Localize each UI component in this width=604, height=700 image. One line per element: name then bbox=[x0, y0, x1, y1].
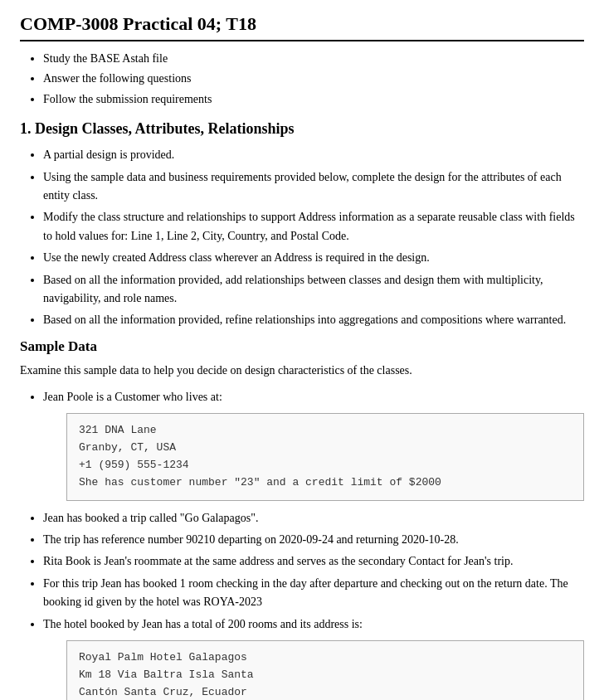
sample-data-intro: Examine this sample data to help you dec… bbox=[20, 362, 584, 380]
sample-item-2-label: The trip has reference number 90210 depa… bbox=[43, 533, 459, 546]
sample-item-4: For this trip Jean has booked 1 room che… bbox=[43, 575, 584, 612]
section1-bullet-4: Based on all the information provided, a… bbox=[43, 271, 584, 309]
section1-bullet-2: Modify the class structure and relations… bbox=[43, 208, 584, 245]
sample-item-5: The hotel booked by Jean has a total of … bbox=[43, 615, 584, 700]
sample-item-1-label: Jean has booked a trip called "Go Galapa… bbox=[43, 512, 258, 524]
sample-item-2: The trip has reference number 90210 depa… bbox=[43, 531, 584, 549]
sample-item-3-label: Rita Book is Jean's roommate at the same… bbox=[43, 555, 513, 567]
intro-list: Study the BASE Astah file Answer the fol… bbox=[20, 50, 584, 109]
intro-item-3: Follow the submission requirements bbox=[43, 90, 584, 109]
sample-item-5-label: The hotel booked by Jean has a total of … bbox=[43, 618, 363, 630]
section1-bullet-3: Use the newly created Address class wher… bbox=[43, 249, 584, 267]
sample-item-3: Rita Book is Jean's roommate at the same… bbox=[43, 552, 584, 571]
page-title: COMP-3008 Practical 04; T18 bbox=[20, 13, 584, 41]
sample-item-0-code: 321 DNA Lane Granby, CT, USA +1 (959) 55… bbox=[66, 413, 584, 500]
sample-data-heading: Sample Data bbox=[20, 338, 584, 355]
intro-item-1: Study the BASE Astah file bbox=[43, 50, 584, 68]
intro-item-2: Answer the following questions bbox=[43, 70, 584, 88]
section1-bullet-5: Based on all the information provided, r… bbox=[43, 311, 584, 329]
sample-item-0: Jean Poole is a Customer who lives at: 3… bbox=[43, 388, 584, 501]
sample-item-4-label: For this trip Jean has booked 1 room che… bbox=[43, 577, 568, 608]
section1-bullet-list: A partial design is provided. Using the … bbox=[20, 146, 584, 330]
sample-item-1: Jean has booked a trip called "Go Galapa… bbox=[43, 509, 584, 527]
section1-bullet-1: Using the sample data and business requi… bbox=[43, 168, 584, 206]
section1-bullet-0: A partial design is provided. bbox=[43, 146, 584, 164]
sample-data-list: Jean Poole is a Customer who lives at: 3… bbox=[20, 388, 584, 700]
section1-heading: 1. Design Classes, Attributes, Relations… bbox=[20, 120, 584, 138]
sample-item-5-code: Royal Palm Hotel Galapagos Km 18 Via Bal… bbox=[66, 640, 584, 700]
sample-item-0-label: Jean Poole is a Customer who lives at: bbox=[43, 391, 222, 403]
